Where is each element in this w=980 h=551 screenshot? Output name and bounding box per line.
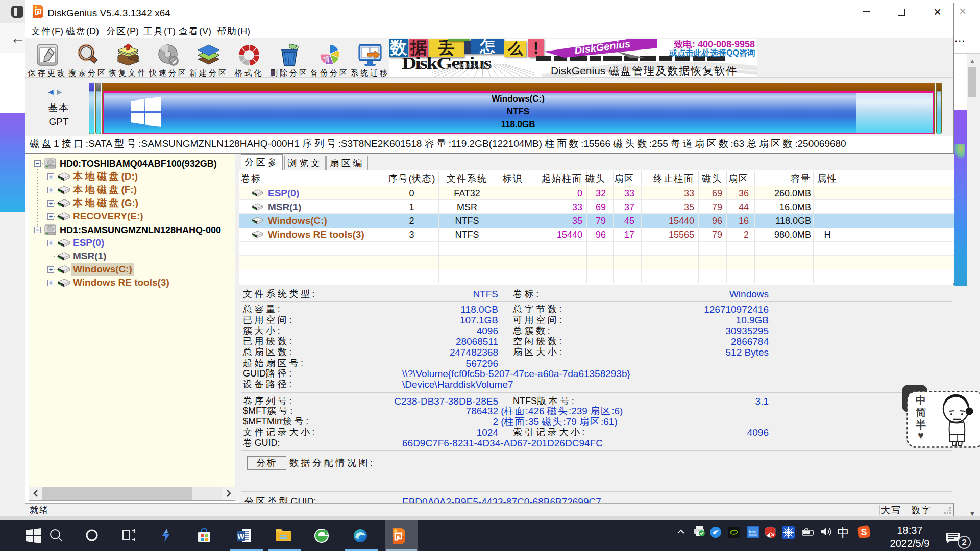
svg-text:intel: intel	[749, 529, 757, 534]
svg-text:S: S	[861, 527, 867, 537]
svg-text:W: W	[237, 532, 245, 540]
